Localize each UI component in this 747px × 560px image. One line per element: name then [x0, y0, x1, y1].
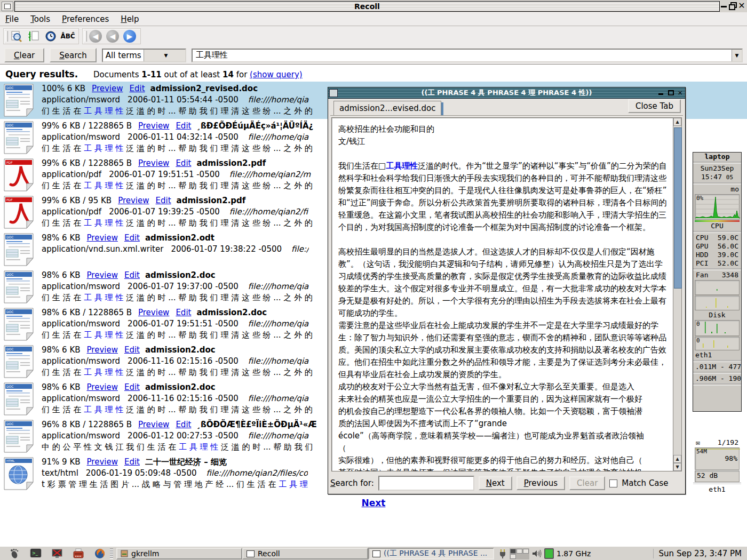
minimize-button[interactable] — [719, 2, 728, 10]
preview-link[interactable]: Preview — [138, 121, 169, 131]
find-input[interactable] — [378, 476, 474, 491]
menu-file[interactable]: File — [5, 14, 19, 24]
term-explorer-button[interactable]: ÅBĈ — [60, 29, 75, 43]
svg-text:PDF: PDF — [6, 198, 13, 202]
toolbar: ÅBĈ ◀ ◀ ▶ — [0, 26, 747, 46]
toolbar-group-main: ÅBĈ — [3, 28, 79, 44]
preview-link[interactable]: Preview — [138, 420, 169, 429]
doc-file-icon: DOC — [3, 233, 34, 267]
preview-titlebar[interactable]: ((工 PHRASE 4 具 PHRASE 4 理 PHRASE 4 性)) ✕ — [328, 87, 685, 99]
preview-link[interactable]: Preview — [138, 308, 169, 317]
preview-link[interactable]: Preview — [138, 158, 169, 168]
preview-link[interactable]: Preview — [118, 196, 149, 205]
pdf-file-icon: PDF — [3, 195, 34, 229]
svg-text:DOC: DOC — [6, 273, 14, 276]
history-button[interactable] — [43, 29, 58, 43]
preview-link[interactable]: Preview — [87, 382, 118, 392]
search-mode-combobox[interactable]: All terms ▼ — [102, 49, 186, 62]
edit-link[interactable]: Edit — [176, 308, 191, 317]
edit-link[interactable]: Edit — [176, 420, 191, 429]
next-page-button[interactable]: ▶ — [122, 29, 137, 43]
result-score-size: 100% 6 KB — [42, 84, 85, 93]
html-file-icon: HTML — [3, 457, 34, 491]
result-line2: application/msword2006-01-07 19:37:00 -0… — [42, 281, 313, 292]
temp-row-pci: PCI52.0C — [693, 259, 741, 268]
find-previous-button[interactable]: Previous — [516, 476, 565, 490]
find-next-button[interactable]: Next — [479, 476, 512, 490]
power-plug-icon[interactable] — [498, 548, 507, 559]
search-button[interactable]: Search — [50, 48, 97, 62]
result-line1: 98% 6 KBPreviewEditadmission2.doc — [42, 382, 313, 393]
menu-help[interactable]: Help — [121, 14, 139, 24]
preview-tab[interactable]: admission2...evised.doc — [333, 101, 441, 115]
maximize-button[interactable] — [728, 2, 737, 10]
result-date: 2006-01-07 19:38:22 -0500 — [171, 244, 282, 254]
close-tab-button[interactable]: Close Tab — [628, 99, 681, 113]
sort-by-date-button[interactable] — [26, 29, 41, 43]
edit-link[interactable]: Edit — [124, 457, 140, 467]
task-button-gkrellm[interactable]: gkrellm — [116, 548, 242, 559]
volume-icon[interactable] — [532, 549, 542, 558]
preview-tab-bar: admission2...evised.doc Close Tab — [330, 100, 683, 116]
edit-link[interactable]: Edit — [176, 158, 191, 168]
scroll-down-icon[interactable]: ▼ — [673, 463, 681, 471]
preview-link[interactable]: Preview — [87, 457, 118, 467]
clear-button[interactable]: Clear — [4, 48, 44, 62]
chevron-down-icon[interactable]: ▼ — [144, 50, 185, 61]
show-query-link[interactable]: (show query) — [250, 70, 303, 79]
query-history-chevron-icon[interactable]: ▼ — [732, 50, 742, 61]
preview-maximize-button[interactable] — [667, 90, 674, 97]
preview-link[interactable]: Preview — [87, 233, 118, 243]
preview-link[interactable]: Preview — [87, 270, 118, 280]
scrollbar-thumb[interactable] — [674, 127, 682, 289]
edit-link[interactable]: Edit — [129, 84, 145, 93]
menu-preferences[interactable]: Preferences — [62, 14, 109, 24]
next-results-link[interactable]: Next — [0, 498, 747, 508]
show-as-table-button[interactable] — [9, 29, 24, 43]
result-line2: application/vnd.sun.xml.writer2006-01-07… — [42, 244, 309, 255]
query-input[interactable] — [193, 50, 732, 61]
net-label: eth1 — [693, 351, 741, 359]
result-date: 2006-11-16 02:15:16 -0500 — [128, 394, 239, 403]
previous-page-button[interactable]: ◀ — [105, 29, 120, 43]
first-page-button[interactable]: ◀ — [88, 29, 103, 43]
workspace-pager[interactable] — [510, 548, 529, 559]
doc-file-icon: DOC — [3, 307, 34, 341]
task-button-preview[interactable]: ((工 PHRASE 4 具 PHRASE ... — [368, 548, 494, 559]
result-line1: 99% 6 KB / 1228865 BPreviewEdit¸ßÐ£ÕÐÉúµ… — [42, 121, 313, 132]
close-button[interactable]: ✕ — [737, 2, 746, 10]
result-score-size: 98% 6 KB — [42, 270, 81, 280]
editor-launcher[interactable] — [71, 548, 85, 559]
preview-link[interactable]: Preview — [92, 84, 123, 93]
scroll-up2-icon[interactable]: ▲ — [673, 455, 681, 463]
cpufreq-icon[interactable] — [544, 548, 554, 559]
temp-row-hdd: HDD39.0C — [693, 251, 741, 259]
edit-link[interactable]: Edit — [124, 270, 140, 280]
edit-link[interactable]: Edit — [176, 121, 191, 131]
main-titlebar[interactable]: Recoll ✕ — [0, 0, 747, 12]
preview-text[interactable]: 高校招生的社会功能和目的文/钱江 我们生活在□工具理性泛滥的时代。作为“世之显学… — [331, 117, 682, 471]
window-menu-button[interactable] — [2, 2, 13, 11]
taskbar-clock[interactable]: Sun Sep 23, 3:47 PM — [653, 549, 742, 558]
preview-scrollbar[interactable]: ▲ ▲ ▼ — [673, 117, 682, 471]
menu-tools[interactable]: Tools — [30, 14, 50, 24]
lock-screen-launcher[interactable] — [50, 548, 64, 559]
result-date: 2006-01-11 04:32:14 -0500 — [128, 132, 239, 142]
preview-minimize-button[interactable] — [658, 90, 665, 97]
edit-link[interactable]: Edit — [124, 382, 140, 392]
scroll-up-icon[interactable]: ▲ — [673, 118, 681, 126]
task-button-recoll[interactable]: Recoll — [242, 548, 368, 559]
result-score-size: 99% 6 KB / 1228865 B — [42, 121, 132, 131]
disk-chart2: 0 — [695, 337, 740, 350]
taskbar-handle[interactable] — [110, 548, 113, 559]
result-snippet: 们 生 活 在 工 具 理 性 泛 滥 的 时 ... 帮 助 我 们 理 清 … — [42, 180, 313, 191]
edit-link[interactable]: Edit — [124, 233, 140, 243]
edit-link[interactable]: Edit — [156, 196, 171, 205]
firefox-launcher[interactable] — [93, 548, 107, 559]
gnome-menu-button[interactable] — [7, 548, 21, 559]
edit-link[interactable]: Edit — [124, 345, 140, 355]
terminal-launcher[interactable]: >_ — [29, 548, 43, 559]
preview-link[interactable]: Preview — [87, 345, 118, 355]
preview-close-button[interactable]: ✕ — [677, 90, 684, 97]
match-case-checkbox[interactable] — [609, 479, 617, 487]
